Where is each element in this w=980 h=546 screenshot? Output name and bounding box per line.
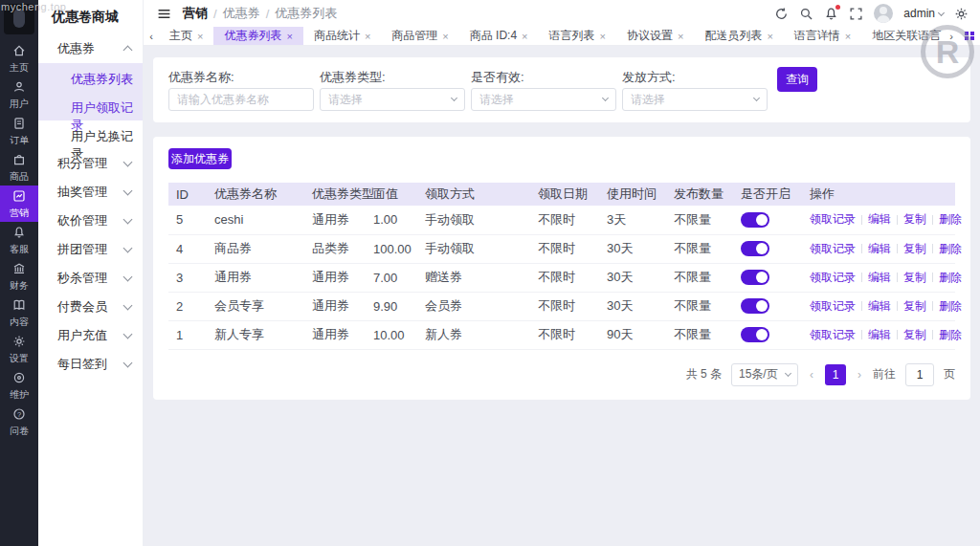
- copy-link[interactable]: 复制: [903, 328, 926, 341]
- rail-item-survey[interactable]: ? 问卷: [0, 404, 38, 440]
- enabled-toggle[interactable]: [741, 212, 769, 228]
- sidebar-item-user-redeem-records[interactable]: 用户兑换记录: [38, 120, 143, 149]
- page-size-select[interactable]: 15条/页: [731, 363, 798, 386]
- sidebar-item-user-claim-records[interactable]: 用户领取记录: [38, 92, 143, 120]
- close-icon[interactable]: ×: [197, 31, 203, 42]
- claim-records-link[interactable]: 领取记录: [810, 328, 856, 341]
- enabled-toggle[interactable]: [741, 241, 769, 256]
- rail-item-settings[interactable]: 设置: [0, 331, 38, 367]
- delete-link[interactable]: 删除: [939, 271, 962, 284]
- tab-product-stats[interactable]: 商品统计×: [303, 27, 381, 45]
- cell-id: 2: [168, 292, 211, 320]
- sidebar-group-recharge[interactable]: 用户充值: [38, 321, 143, 350]
- edit-link[interactable]: 编辑: [868, 271, 891, 284]
- settings-gear-icon[interactable]: [954, 7, 969, 21]
- edit-link[interactable]: 编辑: [868, 212, 891, 226]
- delete-link[interactable]: 删除: [939, 242, 962, 255]
- delete-link[interactable]: 删除: [939, 299, 962, 313]
- filter-label: 优惠券类型:: [320, 67, 471, 88]
- edit-link[interactable]: 编辑: [868, 242, 891, 255]
- sidebar-group-coupon[interactable]: 优惠券: [38, 34, 143, 63]
- user-avatar[interactable]: [874, 4, 893, 23]
- next-page-icon[interactable]: ›: [856, 368, 863, 382]
- user-menu[interactable]: admin: [903, 7, 944, 20]
- rail-item-finance[interactable]: 财务: [0, 258, 38, 295]
- sidebar-group-paid-member[interactable]: 付费会员: [38, 293, 143, 321]
- close-icon[interactable]: ×: [365, 31, 370, 42]
- tabs-menu-icon[interactable]: [959, 27, 980, 45]
- close-icon[interactable]: ×: [600, 31, 606, 42]
- is-valid-select[interactable]: 请选择: [471, 88, 616, 111]
- rail-item-maintenance[interactable]: 维护: [0, 367, 38, 404]
- breadcrumb-item[interactable]: 优惠券: [223, 5, 260, 22]
- tabs-scroll-left-icon[interactable]: ‹: [144, 27, 159, 45]
- copy-link[interactable]: 复制: [903, 242, 926, 255]
- rail-item-label: 订单: [10, 136, 29, 145]
- breadcrumb-item[interactable]: 营销: [183, 5, 208, 22]
- edit-link[interactable]: 编辑: [868, 299, 891, 313]
- issue-method-select[interactable]: 请选择: [622, 88, 768, 111]
- delete-link[interactable]: 删除: [939, 212, 962, 226]
- tab-language-list[interactable]: 语言列表×: [539, 27, 616, 45]
- rail-item-user[interactable]: 用户: [0, 76, 38, 113]
- search-button[interactable]: 查询: [777, 67, 817, 92]
- add-coupon-button[interactable]: 添加优惠券: [168, 148, 232, 169]
- sidebar-group-points[interactable]: 积分管理: [38, 149, 143, 178]
- edit-link[interactable]: 编辑: [868, 328, 891, 341]
- enabled-toggle[interactable]: [741, 298, 769, 314]
- delete-link[interactable]: 删除: [939, 328, 962, 341]
- refresh-icon[interactable]: [774, 7, 789, 21]
- divider: [861, 273, 862, 282]
- tabs-scroll-right-icon[interactable]: ›: [944, 27, 959, 45]
- sidebar-group-lottery[interactable]: 抽奖管理: [38, 178, 143, 207]
- notification-bell-icon[interactable]: [824, 7, 838, 21]
- enabled-toggle[interactable]: [741, 327, 769, 342]
- goto-page-input[interactable]: [905, 363, 934, 386]
- page-number-current[interactable]: 1: [825, 364, 846, 385]
- divider: [932, 301, 933, 311]
- rail-item-home[interactable]: 主页: [0, 40, 38, 76]
- app-window: 主页 用户 订单 商品 营销 客服 财务 内容: [0, 0, 980, 546]
- sidebar-item-coupon-list[interactable]: 优惠券列表: [38, 63, 143, 92]
- tab-product-manage[interactable]: 商品管理×: [381, 27, 458, 45]
- hamburger-menu-icon[interactable]: [157, 7, 171, 21]
- divider: [897, 273, 898, 282]
- close-icon[interactable]: ×: [442, 31, 448, 42]
- coupon-name-input[interactable]: [168, 88, 314, 111]
- claim-records-link[interactable]: 领取记录: [810, 212, 856, 226]
- rail-item-marketing[interactable]: 营销: [0, 186, 38, 222]
- copy-link[interactable]: 复制: [903, 299, 926, 313]
- enabled-toggle[interactable]: [741, 270, 769, 285]
- rail-item-goods[interactable]: 商品: [0, 149, 38, 186]
- tab-coupon-list[interactable]: 优惠券列表×: [213, 27, 302, 45]
- close-icon[interactable]: ×: [845, 31, 851, 42]
- close-icon[interactable]: ×: [522, 31, 527, 42]
- close-icon[interactable]: ×: [678, 31, 683, 42]
- coupon-type-select[interactable]: 请选择: [320, 88, 465, 111]
- tab-agreement-settings[interactable]: 协议设置×: [616, 27, 694, 45]
- claim-records-link[interactable]: 领取记录: [810, 299, 856, 313]
- tab-region-language[interactable]: 地区关联语言×: [861, 27, 944, 45]
- close-icon[interactable]: ×: [286, 31, 292, 42]
- claim-records-link[interactable]: 领取记录: [810, 242, 856, 255]
- table-row: 2 会员专享 通用券 9.90 会员券 不限时 30天 不限量 领取记录编辑复制…: [168, 292, 955, 320]
- fullscreen-icon[interactable]: [849, 7, 863, 21]
- copy-link[interactable]: 复制: [903, 271, 926, 284]
- tab-home[interactable]: 主页×: [159, 27, 213, 45]
- sidebar-group-groupbuy[interactable]: 拼团管理: [38, 235, 143, 264]
- sidebar-group-bargain[interactable]: 砍价管理: [38, 207, 143, 235]
- divider: [861, 330, 862, 339]
- sidebar-group-daily-checkin[interactable]: 每日签到: [38, 350, 143, 379]
- rail-item-order[interactable]: 订单: [0, 113, 38, 149]
- tab-product-id4[interactable]: 商品 ID:4×: [459, 27, 539, 45]
- copy-link[interactable]: 复制: [903, 212, 926, 226]
- prev-page-icon[interactable]: ‹: [808, 368, 815, 382]
- sidebar-group-flashsale[interactable]: 秒杀管理: [38, 264, 143, 293]
- rail-item-content[interactable]: 内容: [0, 295, 38, 331]
- rail-item-service[interactable]: 客服: [0, 222, 38, 258]
- tab-courier-list[interactable]: 配送员列表×: [694, 27, 783, 45]
- close-icon[interactable]: ×: [767, 31, 772, 42]
- tab-language-detail[interactable]: 语言详情×: [784, 27, 861, 45]
- search-icon[interactable]: [799, 7, 813, 21]
- claim-records-link[interactable]: 领取记录: [810, 271, 856, 284]
